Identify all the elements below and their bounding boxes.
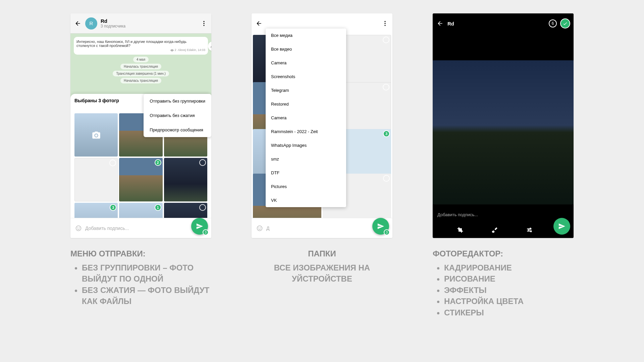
caption-label-2: ПАПКИ ВСЕ ИЗОБРАЖЕНИЯ НА УЙСТРОЙСТВЕ: [252, 248, 392, 285]
camera-icon: [92, 130, 101, 140]
message-text: Интересно, наш Кинопоиск, IVI и другие п…: [76, 40, 186, 48]
svg-point-3: [76, 226, 81, 231]
screenshot-folders: 3 Все медиа Все видео Camera Screenshots…: [252, 13, 392, 238]
label-item: БЕЗ СЖАТИЯ — ФОТО ВЫЙДУТ КАК ФАЙЛЫ: [82, 285, 211, 307]
select-badge[interactable]: 3: [110, 204, 116, 211]
forward-icon[interactable]: [208, 42, 211, 51]
folder-item[interactable]: WhatsApp Images: [266, 138, 346, 152]
confirm-icon[interactable]: [560, 18, 570, 28]
folder-item[interactable]: Pictures: [266, 180, 346, 193]
message-bubble[interactable]: Интересно, наш Кинопоиск, IVI и другие п…: [74, 37, 208, 55]
folder-item[interactable]: Все медиа: [266, 28, 346, 42]
system-message: Трансляция завершена (1 мин.): [113, 71, 169, 76]
label-item: КАДРИРОВАНИЕ: [444, 262, 574, 274]
send-options-menu: Отправить без группировки Отправить без …: [144, 94, 211, 137]
gallery-thumb[interactable]: [74, 158, 118, 201]
crop-icon[interactable]: [456, 226, 464, 234]
folder-item[interactable]: DTF: [266, 166, 346, 180]
svg-point-13: [528, 229, 529, 230]
svg-point-0: [203, 21, 204, 22]
select-badge[interactable]: 3: [383, 130, 390, 137]
folder-item[interactable]: Все видео: [266, 42, 346, 56]
screenshot-send-menu: R Rd 3 подписчика Интересно, наш Кинопои…: [70, 13, 211, 238]
emoji-icon[interactable]: [74, 224, 83, 232]
menu-send-uncompressed[interactable]: Отправить без сжатия: [144, 108, 211, 123]
svg-point-11: [260, 227, 261, 228]
folder-item[interactable]: VK: [266, 193, 346, 207]
svg-point-1: [203, 23, 204, 24]
select-badge[interactable]: [109, 160, 116, 166]
chat-header: R Rd 3 подписчика: [70, 13, 211, 34]
menu-preview[interactable]: Предпросмотр сообщения: [144, 123, 211, 137]
svg-point-12: [530, 228, 531, 229]
send-button[interactable]: 3: [372, 218, 389, 235]
send-button[interactable]: 3: [191, 218, 208, 235]
select-badge[interactable]: 1: [155, 204, 161, 211]
selection-count[interactable]: 6: [549, 19, 557, 27]
svg-point-5: [79, 227, 80, 228]
system-message: Началась трансляция: [120, 78, 161, 83]
send-count: 3: [384, 229, 390, 235]
send-count: 3: [203, 229, 209, 235]
label-title: МЕНЮ ОТПРАВКИ:: [70, 248, 211, 259]
select-badge[interactable]: 2: [155, 159, 161, 166]
emoji-icon[interactable]: [256, 224, 264, 232]
svg-point-4: [77, 227, 78, 228]
gallery-thumb[interactable]: [164, 158, 207, 201]
select-badge[interactable]: [383, 37, 389, 43]
back-icon[interactable]: [255, 19, 263, 27]
attach-sheet: Выбраны 3 фотогр Отправить без группиров…: [70, 94, 211, 218]
back-icon[interactable]: [436, 19, 444, 27]
folders-dropdown: Все медиа Все видео Camera Screenshots T…: [266, 28, 346, 207]
caption-input[interactable]: [85, 226, 207, 231]
folder-item[interactable]: smz: [266, 152, 346, 166]
editor-image[interactable]: [433, 60, 574, 204]
folder-item[interactable]: Screenshots: [266, 70, 346, 83]
back-icon[interactable]: [74, 19, 82, 27]
brush-icon[interactable]: [491, 226, 499, 234]
label-item: НАСТРОЙКА ЦВЕТА: [444, 296, 574, 307]
select-badge[interactable]: [199, 159, 206, 166]
svg-point-6: [384, 21, 385, 22]
folder-item[interactable]: Rammstein - 2022 - Zeit: [266, 125, 346, 138]
editor-title: Rd: [447, 21, 454, 26]
label-sub: ВСЕ ИЗОБРАЖЕНИЯ НА УЙСТРОЙСТВЕ: [252, 262, 392, 285]
more-icon[interactable]: [381, 19, 389, 27]
label-item: СТИКЕРЫ: [444, 307, 574, 318]
caption-bar: [70, 218, 211, 238]
more-icon[interactable]: [200, 19, 208, 27]
svg-point-2: [203, 25, 204, 26]
system-message: Началась трансляция: [120, 64, 161, 69]
date-chip: 4 мая: [133, 57, 149, 62]
menu-send-ungrouped[interactable]: Отправить без группировки: [144, 94, 211, 108]
label-item: РИСОВАНИЕ: [444, 273, 574, 285]
folder-item[interactable]: Camera: [266, 111, 346, 125]
editor-toolbar: [433, 222, 574, 238]
camera-tile[interactable]: [74, 113, 118, 157]
gallery-thumb[interactable]: 2: [119, 158, 162, 201]
subscribers-count: 3 подписчика: [101, 24, 197, 28]
svg-point-8: [384, 25, 385, 26]
avatar[interactable]: R: [85, 17, 97, 29]
label-item: БЕЗ ГРУППИРОВКИ – ФОТО ВЫЙДУТ ПО ОДНОЙ: [82, 262, 211, 285]
select-badge[interactable]: [383, 84, 389, 90]
caption-input[interactable]: [266, 226, 388, 231]
select-badge[interactable]: [383, 175, 390, 182]
svg-point-7: [384, 23, 385, 24]
svg-point-14: [531, 231, 532, 232]
channel-title[interactable]: Rd: [101, 18, 197, 24]
send-button[interactable]: [553, 218, 570, 235]
label-title: ПАПКИ: [252, 248, 392, 259]
caption-input[interactable]: Добавить подпись...: [433, 207, 574, 222]
screenshot-editor: Rd 6 Добавить подпись...: [433, 13, 574, 238]
label-item: ЭФФЕКТЫ: [444, 285, 574, 296]
tune-icon[interactable]: [525, 226, 533, 234]
folder-item[interactable]: Restored: [266, 97, 346, 111]
folder-item[interactable]: Telegram: [266, 83, 346, 97]
label-title: ФОТОРЕДАКТОР:: [433, 248, 574, 259]
select-badge[interactable]: [199, 204, 206, 211]
editor-header: Rd 6: [433, 13, 574, 34]
svg-point-9: [257, 226, 262, 231]
chat-area: Интересно, наш Кинопоиск, IVI и другие п…: [70, 34, 211, 101]
folder-item[interactable]: Camera: [266, 56, 346, 70]
